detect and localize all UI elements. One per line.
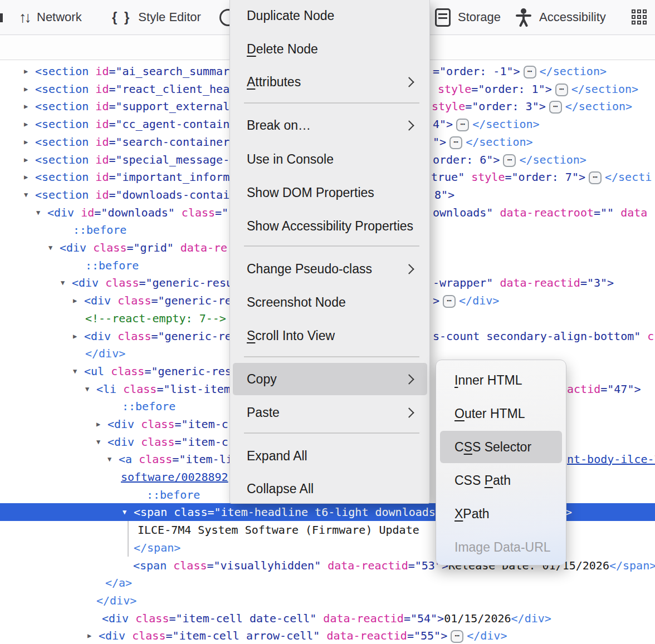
tab-accessibility[interactable]: Accessibility [515,0,606,35]
expand-arrow-icon[interactable]: ▶ [24,80,28,98]
context-menu-item-screenshot-node[interactable]: Screenshot Node [233,286,427,318]
collapse-arrow-icon[interactable]: ▼ [36,204,40,222]
collapse-arrow-icon[interactable]: ▼ [85,380,89,398]
context-menu: Duplicate NodeDelete NodeAttributesBreak… [229,0,430,504]
context-menu-item-collapse-all[interactable]: Collapse All [233,473,427,505]
collapsed-content-badge[interactable]: ⋯ [549,101,562,114]
code-line-continuation: ownloads" data-reactroot="" data [433,204,647,222]
markup-row[interactable]: </a> [0,574,655,592]
context-menu-item-break-on[interactable]: Break on… [233,109,427,141]
context-menu-item-attributes[interactable]: Attributes [233,66,427,98]
collapsed-content-badge[interactable]: ⋯ [443,295,456,308]
expand-arrow-icon[interactable]: ▶ [24,97,28,115]
code-token-val: true" [431,170,471,184]
expand-arrow-icon[interactable]: ▶ [24,151,28,169]
copy-submenu-item-inner-html[interactable]: Inner HTML [440,364,562,396]
context-menu-item-scroll-into-view[interactable]: Scroll Into View [233,319,427,352]
expand-arrow-icon[interactable]: ▶ [24,115,28,133]
copy-submenu-item-css-path[interactable]: CSS Path [440,464,562,496]
code-token-attr: style [438,82,471,96]
context-menu-item-copy[interactable]: Copy [233,363,427,395]
menu-item-label: Expand All [247,449,307,464]
collapse-arrow-icon[interactable]: ▼ [107,450,111,468]
markup-row[interactable]: </div> [0,592,655,609]
context-menu-item-duplicate-node[interactable]: Duplicate Node [233,0,427,32]
code-token-tag: <section [35,135,89,149]
code-token-tag: <section [35,82,89,96]
context-menu-item-show-accessibility-properties[interactable]: Show Accessibility Properties [233,210,427,242]
expand-arrow-icon[interactable]: ▶ [96,415,100,433]
expand-arrow-icon[interactable]: ▶ [24,168,28,186]
collapsed-content-badge[interactable]: ⋯ [555,83,568,96]
expand-arrow-icon[interactable]: ▶ [73,292,77,309]
collapse-arrow-icon[interactable]: ▼ [61,274,65,292]
submenu-chevron-icon [404,77,414,87]
context-menu-item-change-pseudo-class[interactable]: Change Pseudo-class [233,253,427,285]
context-menu-item-use-in-console[interactable]: Use in Console [233,143,427,175]
collapsed-content-badge[interactable]: ⋯ [503,154,516,167]
collapsed-content-badge[interactable]: ⋯ [524,66,536,78]
code-line: <div class="item-cell date-cell" data-re… [0,609,551,627]
copy-submenu-item-outer-html[interactable]: Outer HTML [440,397,562,430]
copy-submenu-item-css-selector[interactable]: CSS Selector [440,431,562,463]
code-line: <div id="downloads" class=" [0,204,228,222]
context-menu-item-paste[interactable]: Paste [233,396,427,429]
code-token-val: > [433,294,439,307]
tab-style-editor[interactable]: { } Style Editor [112,0,201,35]
code-token-attr: id [89,82,109,96]
code-line: <div class="generic-resu [0,274,233,292]
code-line-continuation: eactid="47"> [560,380,641,398]
code-line: ::before [0,486,200,504]
code-line: <!--react-empty: 7--> [0,309,226,327]
code-token-com: <!--react-empty: 7--> [85,312,226,325]
expand-arrow-icon[interactable]: ▶ [73,327,77,345]
code-token-attr: id [89,100,109,113]
collapse-arrow-icon[interactable]: ▼ [73,362,77,380]
code-token-tag: <div [107,417,134,431]
code-token-ctag: </div> [467,629,507,642]
code-token-tag: <div [60,241,86,254]
code-token-val: ="react_client_hea [109,82,229,96]
code-token-tag: <div [72,276,99,289]
menu-item-label: Screenshot Node [247,295,346,310]
markup-row[interactable]: ▶<div class="item-cell arrow-cell" data-… [0,627,655,644]
collapse-arrow-icon[interactable]: ▼ [96,433,100,451]
tab-storage[interactable]: Storage [435,0,501,35]
context-menu-item-show-dom-properties[interactable]: Show DOM Properties [233,176,427,209]
code-token-link: software/0028892 [121,470,228,484]
code-token-val: ownloads" [433,206,500,219]
expand-arrow-icon[interactable]: ▶ [24,62,28,80]
code-token-val: ="order: -1"> [433,65,520,78]
markup-row[interactable]: <div class="item-cell date-cell" data-re… [0,609,655,627]
code-token-val: ="generic-res [144,365,232,378]
code-token-ctag: </div> [96,594,136,607]
context-menu-item-expand-all[interactable]: Expand All [233,440,427,472]
menu-item-label: CSS Selector [454,440,531,455]
code-token-val: ="order: 7"> [505,170,585,184]
collapse-arrow-icon[interactable]: ▼ [24,186,28,204]
collapsed-content-badge[interactable]: ⋯ [456,119,469,131]
expand-arrow-icon[interactable]: ▶ [24,133,28,151]
clipped-tab-edge-icon [0,13,3,22]
code-token-val: ="generic-re [151,294,232,307]
code-token-val: ="" [594,206,614,219]
collapse-arrow-icon[interactable]: ▼ [123,503,126,521]
code-token-attr: class [125,629,165,642]
collapsed-content-badge[interactable]: ⋯ [449,136,462,149]
copy-submenu-item-xpath[interactable]: XPath [440,498,562,530]
collapsed-content-badge[interactable]: ⋯ [451,630,463,643]
braces-icon: { } [112,11,131,24]
code-line: </div> [0,592,136,609]
code-token-val: ="item-c [174,435,228,449]
context-menu-item-delete-node[interactable]: Delete Node [233,33,427,65]
collapsed-content-badge[interactable]: ⋯ [589,171,602,184]
code-line-continuation: style="order: 3">⋯</section> [432,97,632,115]
more-tools-grid-icon[interactable] [632,9,648,26]
submenu-chevron-icon [404,407,414,417]
code-token-attr: id [89,135,109,149]
expand-arrow-icon[interactable]: ▶ [87,627,91,644]
code-line: ::before [0,257,139,274]
collapse-arrow-icon[interactable]: ▼ [48,239,52,257]
tab-network[interactable]: ↑↓ Network [19,0,82,35]
code-token-ctag: </section> [571,82,638,96]
